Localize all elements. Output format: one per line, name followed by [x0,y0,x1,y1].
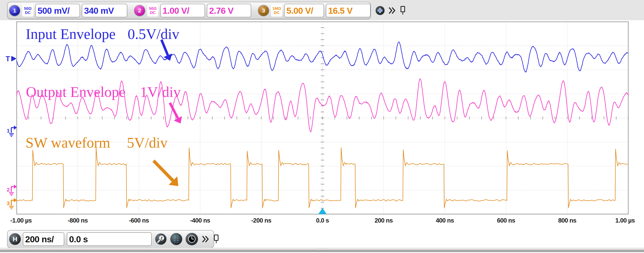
trigger-position-marker[interactable] [318,208,326,214]
channel-2-coupling-chip[interactable]: 50Ω DC [147,5,158,17]
timebase-delay-field[interactable]: 0.0 s [67,232,152,246]
channel-1-scale-value: 500 mV/ [38,6,70,16]
channel-2-offset-field[interactable]: 2.76 V [207,4,251,17]
acquisition-clock-button[interactable] [186,233,198,245]
annotation-output-envelope-scale: 1V/div [140,85,181,99]
annotation-input-envelope-scale: 0.5V/div [128,27,179,41]
trace-channel-1[interactable] [16,42,628,72]
expand-timebase-button[interactable] [202,235,209,243]
channel-1-coupling-chip[interactable]: 50Ω DC [22,5,34,17]
waveform-display[interactable]: T123 [16,22,628,214]
horizontal-label: H [13,235,18,243]
time-tick-label: 400 ns [436,217,454,224]
bottom-margin [0,251,644,253]
double-chevron-icon [202,235,209,243]
drag-grip-dots[interactable] [316,248,328,250]
timebase-delay-value: 0.0 s [69,234,88,244]
ground-marker-label-ch2: 2 [7,187,10,193]
channel-3-offset-field[interactable]: 16.5 V [326,4,370,17]
channel-2-button[interactable]: 2 [134,5,145,16]
time-tick-label: 600 ns [497,217,515,224]
annotation-sw-waveform: SW waveform [26,135,110,150]
ground-marker-label-ch3: 3 [7,200,10,206]
channel-3-coupling: DC [274,11,280,15]
channel-3-button[interactable]: 3 [258,5,269,16]
channel-2-coupling: DC [150,11,156,15]
channel-toolbar: 1 50Ω DC 500 mV/ 340 mV 2 50Ω DC 1.00 V/… [7,2,371,19]
time-tick-label: -600 ns [129,217,149,224]
channel-1-offset-field[interactable]: 340 mV [82,4,127,17]
pin-timebase-button[interactable] [214,234,219,244]
push-pin-icon [214,234,219,244]
channel-1-offset-value: 340 mV [84,6,114,16]
waveform-canvas: T123 [16,22,628,214]
time-tick-label: -200 ns [251,217,272,224]
channel-2-scale-value: 1.00 V/ [162,6,189,16]
cursors-button[interactable] [170,233,182,245]
time-tick-label: -800 ns [68,217,88,224]
push-pin-icon [400,6,406,15]
channel-1-number: 1 [13,7,16,14]
annotation-arrow [154,161,173,181]
cursors-icon [171,234,182,244]
svg-text:Z: Z [160,236,163,240]
trigger-level-arrow[interactable] [11,56,16,62]
plus-icon [377,7,383,14]
zoom-button[interactable]: Z [155,233,167,245]
channel-3-number: 3 [262,7,265,14]
channel-2-offset-value: 2.76 V [209,6,234,16]
time-tick-label: -1.00 µs [10,217,32,224]
channel-2-impedance: 50Ω [149,7,156,11]
channel-1-impedance: 50Ω [24,7,32,11]
trigger-level-marker[interactable]: T [6,55,10,63]
timebase-toolbar: H 200 ns/ 0.0 s Z [7,230,214,248]
zoom-z-icon: Z [156,234,166,244]
channel-3-scale-value: 5.00 V/ [286,6,313,16]
channel-1-scale-field[interactable]: 500 mV/ [35,4,80,17]
pin-toolbar-button[interactable] [400,6,406,15]
time-tick-label: 1.00 µs [615,217,635,224]
time-tick-label: 800 ns [558,217,576,224]
channel-3-scale-field[interactable]: 5.00 V/ [284,4,324,17]
channel-3-offset-value: 16.5 V [328,6,352,16]
expand-toolbar-button[interactable] [388,7,396,15]
channel-1-coupling: DC [25,11,30,15]
horizontal-menu-button[interactable]: H [9,233,21,245]
channel-2-scale-field[interactable]: 1.00 V/ [160,4,205,17]
double-chevron-icon [388,7,396,15]
annotation-output-envelope: Output Envelope [26,85,126,99]
annotation-sw-waveform-scale: 5V/div [127,135,168,150]
time-tick-label: -400 ns [190,217,210,224]
timebase-scale-field[interactable]: 200 ns/ [23,232,64,246]
clock-icon [186,233,198,245]
time-tick-label: 0.0 s [316,217,329,224]
ground-marker-label-ch1: 1 [7,128,10,134]
channel-3-impedance: 1MΩ [272,7,281,11]
annotation-input-envelope: Input Envelope [26,27,116,41]
timebase-scale-value: 200 ns/ [25,234,54,244]
channel-2-number: 2 [138,7,141,14]
add-channel-button[interactable] [376,6,385,15]
channel-3-coupling-chip[interactable]: 1MΩ DC [271,5,282,17]
time-tick-label: 200 ns [375,217,393,224]
oscilloscope-screen: 1 50Ω DC 500 mV/ 340 mV 2 50Ω DC 1.00 V/… [0,0,644,253]
channel-1-button[interactable]: 1 [9,5,20,16]
trace-channel-3[interactable] [16,147,628,208]
